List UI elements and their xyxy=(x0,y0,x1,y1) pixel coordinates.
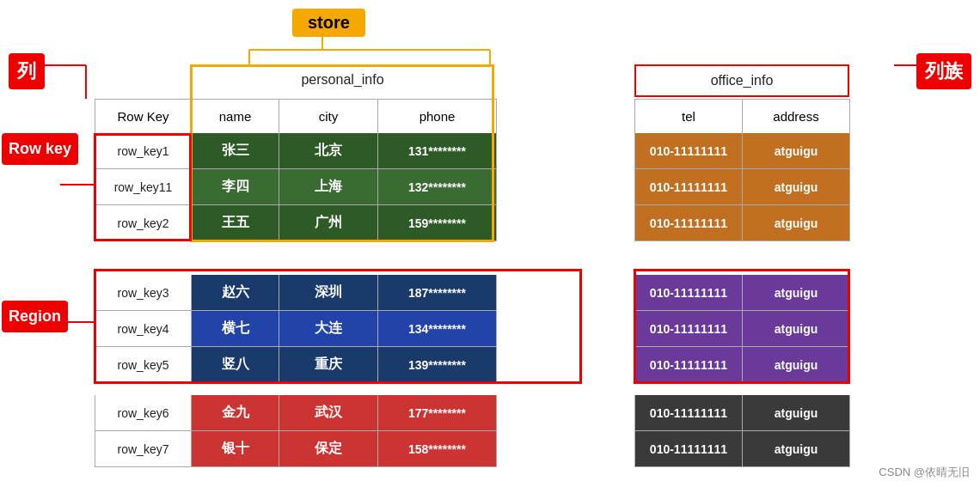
cell-city-3: 广州 xyxy=(279,205,378,241)
table-row: row_key2 王五 广州 159******** xyxy=(95,205,497,241)
cell-name-1: 张三 xyxy=(192,133,279,169)
cell-name-3: 王五 xyxy=(192,205,279,241)
table-row-office: 010-11111111 atguigu xyxy=(634,169,850,205)
cell-tel-2: 010-11111111 xyxy=(635,169,743,205)
rowkey-label: Row key xyxy=(2,133,78,165)
table-row: row_key1 张三 北京 131******** xyxy=(95,133,497,169)
cell-city-8: 保定 xyxy=(279,431,378,467)
cell-city-7: 武汉 xyxy=(279,395,378,431)
cell-rowkey-4: row_key3 xyxy=(95,275,192,311)
cell-phone-5: 134******** xyxy=(378,311,497,347)
cell-rowkey-2: row_key11 xyxy=(95,169,192,205)
table-row: row_key7 银十 保定 158******** xyxy=(95,431,497,467)
cell-name-4: 赵六 xyxy=(192,275,279,311)
personal-info-header: personal_info xyxy=(191,64,494,94)
cell-phone-6: 139******** xyxy=(378,347,497,383)
cell-city-6: 重庆 xyxy=(279,347,378,383)
table-row: row_key3 赵六 深圳 187******** xyxy=(95,275,497,311)
cell-addr-2: atguigu xyxy=(743,169,850,205)
cell-phone-1: 131******** xyxy=(378,133,497,169)
table-row-office: 010-11111111 atguigu xyxy=(634,395,850,431)
cell-rowkey-7: row_key6 xyxy=(95,395,192,431)
col-header-rowkey: Row Key xyxy=(95,100,192,134)
cell-addr-1: atguigu xyxy=(743,133,850,169)
table-row-office: 010-11111111 atguigu xyxy=(634,275,850,311)
cell-name-2: 李四 xyxy=(192,169,279,205)
cell-tel-4: 010-11111111 xyxy=(635,275,743,311)
cell-city-2: 上海 xyxy=(279,169,378,205)
region-label: Region xyxy=(2,301,68,332)
cell-rowkey-6: row_key5 xyxy=(95,347,192,383)
cell-name-7: 金九 xyxy=(192,395,279,431)
col-header-address: address xyxy=(743,100,850,134)
office-info-header: office_info xyxy=(634,64,849,97)
table-row-office: 010-11111111 atguigu xyxy=(634,347,850,383)
cell-rowkey-1: row_key1 xyxy=(95,133,192,169)
cell-city-5: 大连 xyxy=(279,311,378,347)
cell-phone-3: 159******** xyxy=(378,205,497,241)
watermark: CSDN @依晴无旧 xyxy=(879,465,970,480)
cell-phone-2: 132******** xyxy=(378,169,497,205)
cell-city-4: 深圳 xyxy=(279,275,378,311)
cell-tel-8: 010-11111111 xyxy=(635,431,743,467)
col-header-city: city xyxy=(279,100,378,134)
cell-name-5: 横七 xyxy=(192,311,279,347)
cell-tel-3: 010-11111111 xyxy=(635,205,743,241)
cell-phone-7: 177******** xyxy=(378,395,497,431)
cell-rowkey-3: row_key2 xyxy=(95,205,192,241)
table-row-office: 010-11111111 atguigu xyxy=(634,311,850,347)
store-label: store xyxy=(292,9,365,37)
cell-tel-7: 010-11111111 xyxy=(635,395,743,431)
cell-city-1: 北京 xyxy=(279,133,378,169)
cell-tel-5: 010-11111111 xyxy=(635,311,743,347)
cell-phone-4: 187******** xyxy=(378,275,497,311)
table-row-office: 010-11111111 atguigu xyxy=(634,205,850,241)
table-row: row_key5 竖八 重庆 139******** xyxy=(95,347,497,383)
cell-addr-7: atguigu xyxy=(743,395,850,431)
table-row: row_key4 横七 大连 134******** xyxy=(95,311,497,347)
cell-rowkey-5: row_key4 xyxy=(95,311,192,347)
cell-name-6: 竖八 xyxy=(192,347,279,383)
cell-addr-6: atguigu xyxy=(743,347,850,383)
lie-label: 列 xyxy=(9,53,45,89)
cell-addr-4: atguigu xyxy=(743,275,850,311)
cell-addr-8: atguigu xyxy=(743,431,850,467)
table-row-office: 010-11111111 atguigu xyxy=(634,133,850,169)
col-header-tel: tel xyxy=(635,100,743,134)
col-header-phone: phone xyxy=(378,100,497,134)
cell-addr-3: atguigu xyxy=(743,205,850,241)
cell-name-8: 银十 xyxy=(192,431,279,467)
table-row: row_key11 李四 上海 132******** xyxy=(95,169,497,205)
col-header-name: name xyxy=(192,100,279,134)
cell-addr-5: atguigu xyxy=(743,311,850,347)
liezu-label: 列族 xyxy=(916,53,971,89)
table-row-office: 010-11111111 atguigu xyxy=(634,431,850,467)
cell-rowkey-8: row_key7 xyxy=(95,431,192,467)
cell-tel-6: 010-11111111 xyxy=(635,347,743,383)
cell-phone-8: 158******** xyxy=(378,431,497,467)
cell-tel-1: 010-11111111 xyxy=(635,133,743,169)
main-container: 列 Row key Region 列族 store office_info pe… xyxy=(0,0,980,487)
table-row: row_key6 金九 武汉 177******** xyxy=(95,395,497,431)
